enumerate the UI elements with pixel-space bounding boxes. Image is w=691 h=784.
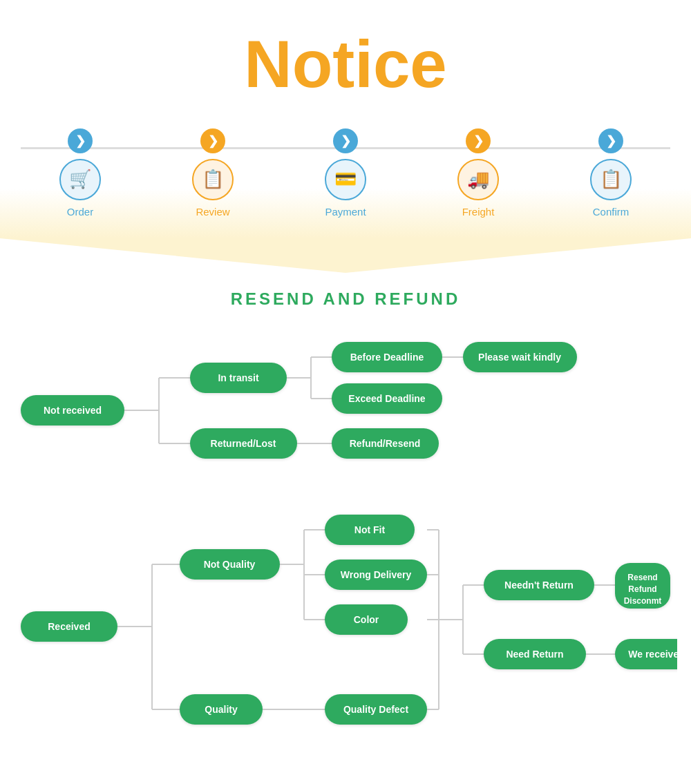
svg-text:Quality: Quality [205,704,238,715]
step-confirm: ❯ 📋 Confirm [590,128,632,218]
step-icon-payment: 💳 [325,159,366,200]
svg-text:Disconmt: Disconmt [624,596,662,606]
svg-text:Please wait kindly: Please wait kindly [478,352,561,363]
svg-text:Received: Received [48,621,90,632]
step-label-payment: Payment [325,206,366,218]
step-review: ❯ 📋 Review [192,128,234,218]
step-icon-review: 📋 [192,159,234,200]
svg-text:In transit: In transit [218,372,258,383]
step-order: ❯ 🛒 Order [59,128,101,218]
svg-text:Refund/Resend: Refund/Resend [350,438,421,449]
step-payment: ❯ 💳 Payment [325,128,366,218]
step-arrow-order: ❯ [68,128,93,153]
svg-marker-0 [0,238,691,273]
step-arrow-payment: ❯ [333,128,358,153]
bottom-flow-diagram: Received Not Quality Quality Not Fit Wro… [14,509,677,758]
step-label-confirm: Confirm [593,206,630,218]
svg-text:Needn't Return: Needn't Return [504,580,574,591]
svg-text:Need Return: Need Return [506,649,563,660]
section-title: RESEND AND REFUND [0,289,691,309]
svg-text:Not Fit: Not Fit [354,524,386,535]
svg-text:Refund: Refund [628,584,656,594]
step-label-order: Order [67,206,93,218]
svg-text:Returned/Lost: Returned/Lost [211,438,276,449]
step-arrow-confirm: ❯ [598,128,623,153]
step-label-freight: Freight [462,206,495,218]
svg-text:Not Quality: Not Quality [204,559,256,570]
main-title: Notice [0,28,691,101]
step-freight: ❯ 🚚 Freight [457,128,499,218]
svg-text:Quality Defect: Quality Defect [343,704,408,715]
svg-text:Exceed Deadline: Exceed Deadline [348,393,425,404]
divider-arrow [0,238,691,273]
step-icon-order: 🛒 [59,159,101,200]
step-icon-confirm: 📋 [590,159,632,200]
step-arrow-review: ❯ [200,128,225,153]
svg-text:Not received: Not received [44,405,102,416]
svg-text:Wrong Delivery: Wrong Delivery [341,569,412,580]
step-arrow-freight: ❯ [466,128,491,153]
step-icon-freight: 🚚 [457,159,499,200]
step-label-review: Review [196,206,229,218]
top-flow-diagram: Not received In transit Returned/Lost Be… [14,329,677,495]
svg-text:Before Deadline: Before Deadline [350,352,424,363]
flow-diagram: Not received In transit Returned/Lost Be… [0,329,691,784]
svg-text:We received: We received [628,649,677,660]
svg-text:Color: Color [354,614,379,625]
timeline: ❯ 🛒 Order ❯ 📋 Review ❯ 💳 Payment ❯ 🚚 Fre… [0,128,691,218]
timeline-wrapper: ❯ 🛒 Order ❯ 📋 Review ❯ 💳 Payment ❯ 🚚 Fre… [0,115,691,238]
svg-text:Resend: Resend [627,573,657,582]
title-section: Notice [0,0,691,115]
